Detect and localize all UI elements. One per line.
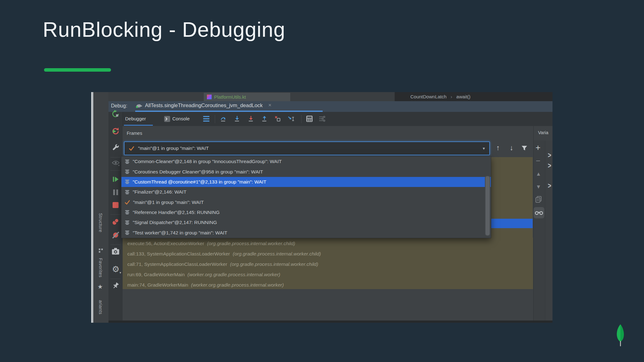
debugger-settings-gear-icon[interactable]: ⚙▾ xyxy=(112,264,121,274)
thread-icon xyxy=(125,179,130,184)
thread-icon xyxy=(125,220,130,225)
run-to-cursor-icon[interactable] xyxy=(288,116,295,122)
step-out-icon[interactable] xyxy=(261,116,268,122)
resume-program-icon[interactable] xyxy=(112,176,119,183)
thread-dropdown-item[interactable]: "CustomThread @coroutine#1"@2,133 in gro… xyxy=(121,177,491,187)
breadcrumb-item[interactable]: await() xyxy=(456,94,470,99)
breadcrumb-item[interactable]: CountDownLatch xyxy=(410,94,447,99)
current-thread-check-icon xyxy=(125,200,130,205)
close-icon[interactable]: × xyxy=(265,102,271,108)
left-tool-window-strip: Structure Favorites ★ ariants xyxy=(93,92,109,323)
side-toolbar-separator xyxy=(110,214,120,215)
rerun-failed-tests-icon[interactable] xyxy=(112,127,119,135)
debugger-tab-underline xyxy=(124,125,153,126)
pin-tab-icon[interactable] xyxy=(112,282,119,290)
stack-frames-list: execute:56, ActionExecutionWorker(org.gr… xyxy=(127,239,321,290)
favorites-star-icon: ★ xyxy=(97,283,103,290)
kotlin-file-icon xyxy=(207,95,212,99)
force-step-into-icon[interactable] xyxy=(248,116,254,122)
sidebar-tab-favorites[interactable]: Favorites xyxy=(98,258,103,277)
add-watch-icon[interactable]: + xyxy=(536,143,541,153)
side-toolbar-separator xyxy=(110,244,120,245)
thread-dropdown-item[interactable]: "Reference Handler"@2,145: RUNNING xyxy=(121,207,491,217)
pause-program-icon[interactable] xyxy=(113,189,119,196)
tree-expand-chevron-icon[interactable]: > xyxy=(548,181,551,190)
drop-frame-icon[interactable] xyxy=(275,116,281,122)
thread-selector-combobox[interactable]: "main"@1 in group "main": WAIT ▾ xyxy=(124,141,490,155)
stack-frame-row[interactable]: call:71, SystemApplicationClassLoaderWor… xyxy=(127,259,321,270)
tree-expand-chevron-icon[interactable]: > xyxy=(548,151,551,160)
step-into-icon[interactable] xyxy=(234,116,240,122)
layout-settings-icon[interactable] xyxy=(319,115,325,122)
debugger-toolbar: Debugger Console xyxy=(108,112,552,126)
thread-icon xyxy=(125,169,130,174)
ide-bottom-edge xyxy=(108,321,552,323)
stack-frame-row[interactable]: main:74, GradleWorkerMain(worker.org.gra… xyxy=(127,280,321,290)
stop-icon[interactable] xyxy=(113,202,119,208)
toolbar-separator xyxy=(215,115,215,123)
panel-header-row: Frames Varia xyxy=(123,126,552,140)
evaluate-expression-icon[interactable] xyxy=(306,115,313,122)
page-title: RunBlocking - Debugging xyxy=(43,18,285,41)
thread-dropdown-item[interactable]: "Signal Dispatcher"@2,147: RUNNING xyxy=(121,217,491,228)
show-watches-glasses-icon[interactable] xyxy=(535,211,543,215)
dropdown-scrollbar[interactable] xyxy=(485,176,490,236)
thread-dropdown-item[interactable]: "Coroutines Debugger Cleaner"@958 in gro… xyxy=(121,167,491,177)
debug-session-tab[interactable]: AllTests.singleThreadingCoroutines_jvm_d… xyxy=(135,102,271,108)
mute-breakpoints-icon[interactable] xyxy=(112,231,119,239)
current-thread-check-icon xyxy=(129,146,134,151)
panel-divider xyxy=(533,126,534,321)
move-up-icon[interactable]: ▲ xyxy=(536,171,541,177)
thread-dropdown-item[interactable]: "Test worker"@1,742 in group "main": WAI… xyxy=(121,228,491,238)
remove-watch-icon[interactable]: − xyxy=(536,156,541,165)
thread-dump-camera-icon[interactable] xyxy=(112,248,119,255)
thread-icon xyxy=(125,210,130,215)
window-edge-strip xyxy=(91,92,93,323)
thread-selector-value: "main"@1 in group "main": WAIT xyxy=(138,145,479,151)
tab-debugger[interactable]: Debugger xyxy=(125,116,146,121)
debug-label: Debug: xyxy=(111,103,127,109)
move-down-icon[interactable]: ▼ xyxy=(536,184,541,190)
settings-wrench-icon[interactable] xyxy=(112,144,119,151)
thread-icon xyxy=(125,230,130,235)
chevron-down-icon[interactable]: ▾ xyxy=(483,146,485,151)
duplicate-watch-icon[interactable] xyxy=(536,196,542,203)
debug-session-title: AllTests.singleThreadingCoroutines_jvm_d… xyxy=(145,102,263,108)
frames-panel-title: Frames xyxy=(127,131,142,136)
stack-frame-row[interactable]: run:69, GradleWorkerMain(worker.org.grad… xyxy=(127,269,321,280)
sidebar-tab-variants[interactable]: ariants xyxy=(98,300,103,315)
selected-frame-row[interactable] xyxy=(491,219,533,228)
thread-dropdown-item[interactable]: "Common-Cleaner"@2,148 in group "Innocuo… xyxy=(121,156,491,167)
move-frame-down-icon[interactable]: ↓ xyxy=(510,144,514,152)
console-icon xyxy=(164,116,170,122)
filter-frames-icon[interactable] xyxy=(521,145,528,151)
side-toolbar-separator xyxy=(110,279,120,279)
view-breakpoints-icon[interactable] xyxy=(112,218,119,225)
side-toolbar-separator xyxy=(110,157,120,157)
editor-tab-label: PlatformUtils.kt xyxy=(214,94,246,100)
editor-tab-platformutils[interactable]: PlatformUtils.kt xyxy=(204,93,290,101)
sidebar-tab-structure[interactable]: Structure xyxy=(98,213,103,232)
show-threads-icon[interactable] xyxy=(203,116,209,122)
step-over-icon[interactable] xyxy=(220,116,226,122)
thread-dropdown-item[interactable]: "Finalizer"@2,146: WAIT xyxy=(121,187,491,197)
rerun-icon[interactable] xyxy=(112,110,119,118)
stack-frame-row[interactable]: call:133, SystemApplicationClassLoaderWo… xyxy=(127,249,321,259)
variables-panel-title: Varia xyxy=(538,130,548,135)
tab-console[interactable]: Console xyxy=(172,116,190,121)
thread-icon xyxy=(125,190,130,195)
move-frame-up-icon[interactable]: ↑ xyxy=(496,144,500,152)
side-toolbar-separator xyxy=(110,170,120,171)
toolbar-separator xyxy=(301,115,302,123)
show-execution-point-eye-icon[interactable] xyxy=(112,160,120,166)
breadcrumb-separator: › xyxy=(451,94,452,99)
thread-dropdown-list[interactable]: "Common-Cleaner"@2,148 in group "Innocuo… xyxy=(121,156,491,238)
debug-session-bar: Debug: AllTests.singleThreadingCoroutine… xyxy=(108,101,552,112)
gradle-icon xyxy=(135,103,142,108)
ide-screenshot: Structure Favorites ★ ariants PlatformUt… xyxy=(91,92,552,323)
mongodb-leaf-icon xyxy=(614,323,627,348)
stack-frame-row[interactable]: execute:56, ActionExecutionWorker(org.gr… xyxy=(127,239,321,249)
tree-expand-chevron-icon[interactable]: > xyxy=(548,161,551,170)
thread-dropdown-item[interactable]: "main"@1 in group "main": WAIT xyxy=(121,197,491,207)
breadcrumb[interactable]: CountDownLatch › await() xyxy=(395,92,552,101)
